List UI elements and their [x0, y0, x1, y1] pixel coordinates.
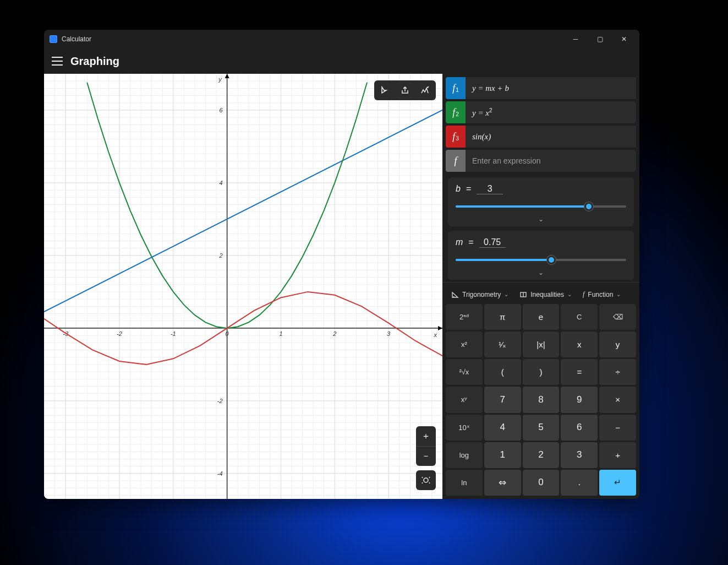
parameter-list: b= 3 ⌄ m= 0.75 ⌄: [442, 172, 639, 282]
key-7[interactable]: 7: [484, 387, 521, 412]
equation-expression[interactable]: y = x2: [466, 107, 636, 118]
key-¹⁄ₓ[interactable]: ¹⁄ₓ: [484, 332, 521, 357]
chevron-down-icon: ⌄: [567, 291, 572, 297]
key-xʸ[interactable]: xʸ: [446, 387, 483, 412]
equation-badge[interactable]: f2: [446, 101, 466, 123]
equation-badge-empty: f: [446, 150, 466, 172]
key-2[interactable]: 2: [523, 442, 560, 468]
key-([interactable]: (: [484, 359, 521, 385]
svg-text:3: 3: [387, 330, 391, 337]
mode-bar: Graphing: [44, 48, 639, 74]
graph-options-button[interactable]: [416, 83, 434, 98]
key-4[interactable]: 4: [484, 415, 521, 441]
key-8[interactable]: 8: [523, 387, 560, 412]
key-y[interactable]: y: [599, 332, 636, 357]
svg-text:2: 2: [219, 252, 223, 259]
reset-view-button[interactable]: [416, 470, 436, 490]
key-log[interactable]: log: [446, 442, 483, 468]
close-button[interactable]: ✕: [612, 31, 636, 47]
expression-input[interactable]: Enter an expression: [466, 156, 636, 165]
equation-row-3[interactable]: f3 sin(x): [446, 126, 636, 148]
key-↵[interactable]: ↵: [599, 470, 636, 496]
key-x²[interactable]: x²: [446, 332, 483, 357]
trace-tool-button[interactable]: [376, 83, 394, 98]
category-function[interactable]: f Function⌄: [579, 288, 624, 301]
key-|x|[interactable]: |x|: [523, 332, 560, 357]
graph-toolbar: [374, 80, 436, 100]
zoom-in-button[interactable]: ＋: [416, 426, 436, 446]
equation-badge[interactable]: f3: [446, 126, 466, 148]
window-title: Calculator: [62, 35, 91, 43]
key-10ˣ[interactable]: 10ˣ: [446, 415, 483, 441]
keypad: 2ⁿᵈπeC⌫x²¹⁄ₓ|x|xy²√x()=÷xʸ789×10ˣ456−log…: [442, 304, 639, 499]
key-6[interactable]: 6: [561, 415, 598, 441]
maximize-button[interactable]: ▢: [588, 31, 612, 47]
key-5[interactable]: 5: [523, 415, 560, 441]
zoom-control: ＋ －: [416, 426, 436, 466]
key-=[interactable]: =: [561, 359, 598, 385]
inequality-icon: [519, 291, 527, 298]
key-⇔[interactable]: ⇔: [484, 470, 521, 496]
parameter-slider[interactable]: [456, 200, 626, 213]
key-9[interactable]: 9: [561, 387, 598, 412]
equation-expression[interactable]: sin(x): [466, 132, 636, 142]
equation-row-2[interactable]: f2 y = x2: [446, 101, 636, 123]
key-x[interactable]: x: [561, 332, 598, 357]
key-3[interactable]: 3: [561, 442, 598, 468]
key-C[interactable]: C: [561, 304, 598, 330]
svg-marker-110: [438, 326, 442, 330]
graph-canvas[interactable]: -3-2-10123-4-2246xy ＋ －: [44, 74, 442, 499]
calculator-window: Calculator ─ ▢ ✕ Graphing -3-2-10123-4-2…: [44, 30, 639, 499]
svg-text:x: x: [434, 332, 437, 338]
expand-parameter-button[interactable]: ⌄: [456, 215, 626, 223]
key-÷[interactable]: ÷: [599, 359, 636, 385]
category-trigonometry[interactable]: Trigonometry⌄: [448, 288, 512, 301]
key-π[interactable]: π: [484, 304, 521, 330]
svg-text:2: 2: [332, 330, 336, 337]
key-.[interactable]: .: [561, 470, 598, 496]
category-inequalities[interactable]: Inequalities⌄: [516, 288, 575, 301]
parameter-b: b= 3 ⌄: [448, 177, 634, 226]
zoom-out-button[interactable]: －: [416, 446, 436, 466]
svg-text:-2: -2: [217, 398, 223, 404]
svg-text:1: 1: [279, 330, 282, 337]
key-−[interactable]: −: [599, 415, 636, 441]
key-0[interactable]: 0: [523, 470, 560, 496]
equation-input-row[interactable]: f Enter an expression: [446, 150, 636, 172]
key-ln[interactable]: ln: [446, 470, 483, 496]
parameter-m: m= 0.75 ⌄: [448, 231, 634, 280]
chevron-down-icon: ⌄: [616, 291, 621, 297]
function-icon: f: [583, 290, 584, 298]
titlebar[interactable]: Calculator ─ ▢ ✕: [44, 30, 639, 48]
key-2ⁿᵈ[interactable]: 2ⁿᵈ: [446, 304, 483, 330]
svg-text:-4: -4: [217, 470, 223, 477]
angle-icon: [451, 291, 459, 298]
key-×[interactable]: ×: [599, 387, 636, 412]
equation-row-1[interactable]: f1 y = mx + b: [446, 77, 636, 99]
parameter-label: m= 0.75: [456, 237, 626, 248]
graph-svg: -3-2-10123-4-2246xy: [44, 74, 442, 499]
app-icon: [50, 35, 57, 43]
svg-text:6: 6: [220, 107, 223, 113]
mode-title: Graphing: [70, 55, 119, 68]
parameter-slider[interactable]: [456, 253, 626, 267]
key-1[interactable]: 1: [484, 442, 521, 468]
minimize-button[interactable]: ─: [563, 31, 588, 47]
key-⌫[interactable]: ⌫: [599, 304, 636, 330]
parameter-value-input[interactable]: 3: [477, 184, 503, 194]
equation-badge[interactable]: f1: [446, 77, 466, 99]
key-e[interactable]: e: [523, 304, 560, 330]
parameter-value-input[interactable]: 0.75: [479, 237, 506, 248]
nav-menu-button[interactable]: [52, 57, 63, 66]
equation-list: f1 y = mx + bf2 y = x2f3 sin(x)f Enter a…: [442, 74, 639, 172]
svg-text:4: 4: [220, 180, 223, 186]
key-+[interactable]: +: [599, 442, 636, 468]
key-²√x[interactable]: ²√x: [446, 359, 483, 385]
chevron-down-icon: ⌄: [504, 291, 508, 297]
key-)[interactable]: ): [523, 359, 560, 385]
expand-parameter-button[interactable]: ⌄: [456, 269, 626, 276]
equation-expression[interactable]: y = mx + b: [466, 84, 636, 93]
svg-text:0: 0: [226, 330, 229, 337]
share-graph-button[interactable]: [396, 83, 414, 98]
svg-text:y: y: [218, 76, 222, 83]
